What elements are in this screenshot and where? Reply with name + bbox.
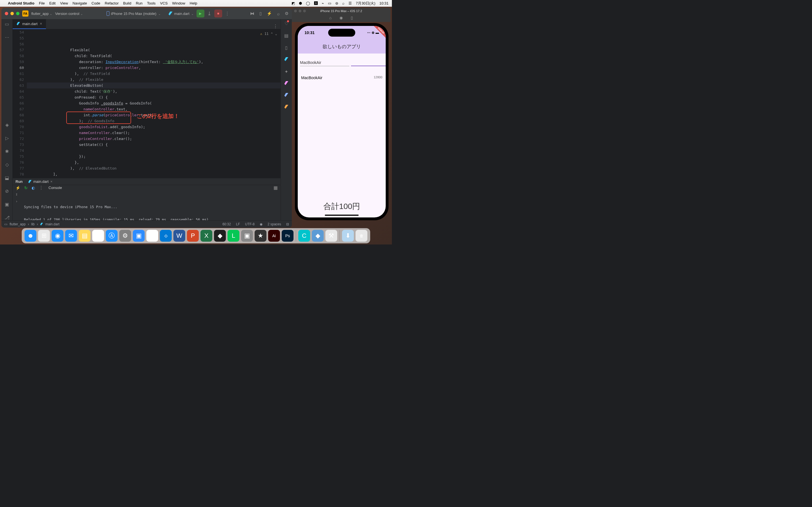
sim-close-button[interactable] (294, 10, 297, 12)
run-tool[interactable]: ▷ (5, 135, 9, 141)
code-line[interactable]: GoodsInfo _goodsInfo = GoodsInfo( (27, 100, 281, 106)
minimize-window-button[interactable] (10, 12, 14, 15)
code-line[interactable]: decoration: InputDecoration(hintText: '金… (27, 59, 281, 65)
more-run-options[interactable]: ⋮ (225, 11, 230, 16)
problems-tool[interactable]: ⊘ (5, 188, 9, 194)
prev-problem[interactable]: ⌃ (271, 31, 273, 37)
dock-photoshop[interactable]: Ps (282, 230, 294, 242)
code-line[interactable]: nameController.text, (27, 106, 281, 112)
project-selector[interactable]: flutter_app (31, 11, 52, 16)
code-line[interactable]: ), // Row (27, 177, 281, 178)
dock-zoom[interactable]: ▣ (133, 230, 145, 242)
sim-maximize-button[interactable] (303, 10, 306, 12)
app-screen[interactable]: DEBUG 10:31 ⋯ ⊚ ▬ 欲しいものアプリ 保存 MacBookAir… (298, 26, 386, 217)
editor-tab-main[interactable]: main.dart × (13, 19, 46, 29)
debug-tool[interactable]: ✱ (5, 149, 9, 154)
stop-button[interactable] (214, 10, 222, 17)
app-quality-tool[interactable]: ◇ (5, 162, 9, 167)
notifications-tool[interactable]: ♡ (285, 21, 289, 26)
menu-edit[interactable]: Edit (49, 1, 56, 5)
menu-refactor[interactable]: Refactor (105, 1, 119, 5)
dock-excel[interactable]: X (200, 230, 212, 242)
breadcrumb-lib[interactable]: lib (31, 222, 35, 226)
dock-fcpx[interactable]: ★ (255, 230, 266, 242)
dock-settings[interactable]: ⚙ (119, 230, 131, 242)
lock-icon[interactable]: ⊟ (286, 222, 289, 226)
dock-trash[interactable]: 🗑 (356, 230, 367, 242)
dock-line[interactable]: L (227, 230, 239, 242)
menu-vcs[interactable]: VCS (160, 1, 168, 5)
name-input[interactable] (300, 59, 349, 66)
build-tool[interactable]: ⬓ (5, 175, 9, 180)
run-config-tab[interactable]: main.dart × (26, 178, 55, 185)
more-tool[interactable]: ⋯ (5, 35, 9, 40)
menu-tools[interactable]: Tools (147, 1, 156, 5)
problems-indicator[interactable]: ⚠ 11 ⌃ ⌄ (260, 31, 277, 37)
battery-icon[interactable]: ▭ (328, 1, 331, 5)
menu-code[interactable]: Code (92, 1, 100, 5)
menu-build[interactable]: Build (123, 1, 132, 5)
dock-illustrator[interactable]: Ai (268, 230, 280, 242)
menu-view[interactable]: View (60, 1, 68, 5)
close-tab-button[interactable]: × (40, 21, 42, 26)
menubar-icon[interactable]: ⬢ (299, 1, 302, 5)
sim-home-icon[interactable]: ⌂ (329, 15, 332, 20)
menu-run[interactable]: Run (136, 1, 143, 5)
dock-x2[interactable]: ◆ (312, 230, 324, 242)
flutter-outline-tool[interactable] (285, 81, 289, 86)
vcs-tool[interactable]: ⎇ (4, 215, 10, 220)
menu-help[interactable]: Help (190, 1, 197, 5)
code-lines[interactable]: ⚠ 11 ⌃ ⌄ Flexible( child: TextField( dec… (27, 29, 281, 178)
device-manager-icon[interactable]: ▯ (259, 11, 262, 16)
flutter-inspector-tool[interactable] (285, 93, 289, 98)
menu-window[interactable]: Window (172, 1, 185, 5)
encoding[interactable]: UTF-8 (245, 222, 255, 226)
dock-launchpad[interactable]: ⊞ (38, 230, 50, 242)
code-line[interactable]: onPressed: () { (27, 94, 281, 100)
code-line[interactable]: }); (27, 154, 281, 159)
code-line[interactable]: goodsInfoList.add(_goodsInfo); (27, 124, 281, 130)
debug-icon[interactable]: ⧓ (250, 11, 254, 16)
code-line[interactable]: controller: priceController, (27, 65, 281, 71)
gradle-tool[interactable]: ▤ (284, 33, 289, 38)
vcs-selector[interactable]: Version control (55, 11, 83, 16)
line-ending[interactable]: LF (236, 222, 240, 226)
indent-setting[interactable]: 2 spaces (267, 222, 281, 226)
run-button[interactable] (197, 10, 204, 17)
dock-chrome[interactable]: ◯ (92, 230, 104, 242)
dock-x1[interactable]: ▣ (241, 230, 253, 242)
devtools-icon[interactable]: ◐ (32, 186, 35, 190)
dock-notes[interactable]: ▤ (79, 230, 91, 242)
dock-slack[interactable]: ✱ (146, 230, 158, 242)
breadcrumb-project[interactable]: flutter_app (10, 222, 26, 226)
code-line[interactable]: priceController.clear(); (27, 136, 281, 142)
next-problem[interactable]: ⌄ (275, 31, 277, 37)
price-input[interactable] (351, 59, 386, 66)
console-output[interactable]: ↧ › Syncing files to device iPhone 15 Pr… (13, 190, 281, 220)
dock-vscode[interactable]: ⟐ (160, 230, 172, 242)
code-line[interactable]: setState(() { (27, 142, 281, 148)
bookmarks-tool[interactable]: ◈ (5, 122, 9, 128)
code-line[interactable]: ), // ElevatedButton (27, 165, 281, 171)
bluetooth-icon[interactable]: ⌁ (322, 1, 324, 5)
layout-settings-icon[interactable]: ▦ (273, 185, 278, 190)
home-indicator[interactable] (325, 215, 359, 216)
code-editor[interactable]: 5455565758596061626364656667686970717273… (13, 29, 281, 178)
dock-powerpoint[interactable]: P (187, 230, 199, 242)
gemini-tool[interactable]: ✦ (285, 69, 288, 74)
project-tool[interactable]: ▭ (5, 21, 9, 27)
code-line[interactable]: ), // Flexible (27, 76, 281, 82)
dock-xcode[interactable]: ⚒ (325, 230, 337, 242)
menu-file[interactable]: File (39, 1, 45, 5)
wifi-icon[interactable]: ⊚ (335, 1, 338, 5)
restart-icon[interactable]: ↻ (24, 186, 28, 190)
editor-tab-options[interactable]: ⋮ (273, 24, 281, 29)
menubar-icon[interactable]: ◯ (306, 1, 310, 5)
search-icon[interactable]: ⌕ (277, 11, 280, 16)
code-line[interactable]: }, (27, 159, 281, 165)
console-step-icon[interactable]: › (15, 199, 18, 203)
breadcrumb-file[interactable]: main.dart (45, 222, 59, 226)
menubar-time[interactable]: 10:31 (379, 1, 389, 5)
code-line[interactable]: ], (27, 171, 281, 177)
dock-downloads[interactable]: ⬇ (342, 230, 354, 242)
